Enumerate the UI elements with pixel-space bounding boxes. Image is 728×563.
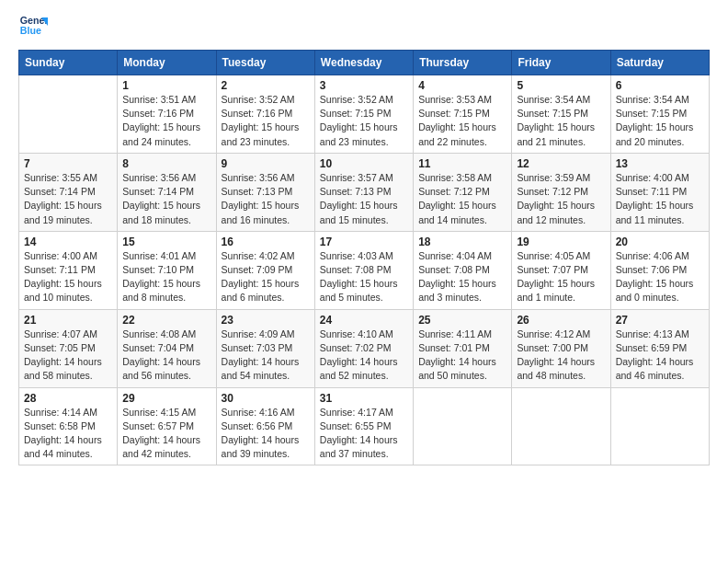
col-header-sunday: Sunday (19, 51, 118, 75)
cell-day-number: 2 (222, 79, 310, 92)
cell-info: Sunrise: 4:03 AM Sunset: 7:08 PM Dayligh… (320, 249, 408, 305)
calendar-cell: 2Sunrise: 3:52 AM Sunset: 7:16 PM Daylig… (216, 75, 314, 154)
calendar-cell: 19Sunrise: 4:05 AM Sunset: 7:07 PM Dayli… (512, 231, 610, 309)
cell-day-number: 20 (616, 236, 704, 248)
cell-info: Sunrise: 3:52 AM Sunset: 7:15 PM Dayligh… (320, 93, 408, 149)
cell-day-number: 5 (517, 79, 605, 92)
col-header-thursday: Thursday (414, 51, 512, 75)
col-header-monday: Monday (118, 51, 216, 75)
svg-text:Blue: Blue (20, 25, 41, 36)
calendar-cell: 15Sunrise: 4:01 AM Sunset: 7:10 PM Dayli… (118, 231, 216, 309)
week-row-4: 21Sunrise: 4:07 AM Sunset: 7:05 PM Dayli… (19, 309, 710, 387)
cell-info: Sunrise: 4:05 AM Sunset: 7:07 PM Dayligh… (517, 249, 605, 305)
cell-day-number: 24 (320, 314, 408, 327)
cell-info: Sunrise: 3:54 AM Sunset: 7:15 PM Dayligh… (517, 93, 605, 149)
calendar-cell: 27Sunrise: 4:13 AM Sunset: 6:59 PM Dayli… (610, 309, 709, 387)
calendar-cell: 21Sunrise: 4:07 AM Sunset: 7:05 PM Dayli… (19, 309, 118, 387)
calendar-cell: 28Sunrise: 4:14 AM Sunset: 6:58 PM Dayli… (19, 387, 118, 465)
calendar-cell: 22Sunrise: 4:08 AM Sunset: 7:04 PM Dayli… (118, 309, 216, 387)
cell-info: Sunrise: 4:09 AM Sunset: 7:03 PM Dayligh… (222, 327, 310, 384)
calendar-cell: 24Sunrise: 4:10 AM Sunset: 7:02 PM Dayli… (314, 309, 413, 387)
calendar-cell: 25Sunrise: 4:11 AM Sunset: 7:01 PM Dayli… (414, 309, 512, 387)
calendar-cell: 26Sunrise: 4:12 AM Sunset: 7:00 PM Dayli… (512, 309, 610, 387)
cell-day-number: 17 (320, 236, 408, 248)
header-row: SundayMondayTuesdayWednesdayThursdayFrid… (19, 51, 710, 75)
logo: General Blue (18, 15, 51, 40)
col-header-saturday: Saturday (610, 51, 709, 75)
cell-day-number: 11 (418, 157, 506, 170)
cell-info: Sunrise: 4:17 AM Sunset: 6:55 PM Dayligh… (320, 406, 408, 462)
cell-day-number: 6 (616, 79, 704, 92)
header: General Blue (18, 15, 710, 40)
cell-day-number: 30 (222, 392, 310, 405)
calendar-cell (414, 387, 512, 465)
cell-day-number: 8 (122, 157, 210, 170)
cell-day-number: 12 (517, 157, 605, 170)
cell-day-number: 14 (24, 236, 112, 248)
cell-day-number: 10 (320, 157, 408, 170)
cell-info: Sunrise: 4:13 AM Sunset: 6:59 PM Dayligh… (616, 327, 704, 384)
cell-day-number: 21 (24, 314, 112, 327)
calendar-cell: 10Sunrise: 3:57 AM Sunset: 7:13 PM Dayli… (314, 153, 413, 231)
calendar-cell: 31Sunrise: 4:17 AM Sunset: 6:55 PM Dayli… (314, 387, 413, 465)
cell-day-number: 29 (122, 392, 210, 405)
cell-info: Sunrise: 4:11 AM Sunset: 7:01 PM Dayligh… (418, 327, 506, 384)
cell-info: Sunrise: 3:53 AM Sunset: 7:15 PM Dayligh… (418, 93, 506, 149)
cell-info: Sunrise: 4:10 AM Sunset: 7:02 PM Dayligh… (320, 327, 408, 384)
cell-day-number: 22 (122, 314, 210, 327)
col-header-tuesday: Tuesday (216, 51, 314, 75)
cell-day-number: 1 (122, 79, 210, 92)
cell-info: Sunrise: 4:00 AM Sunset: 7:11 PM Dayligh… (24, 249, 112, 305)
cell-info: Sunrise: 3:52 AM Sunset: 7:16 PM Dayligh… (222, 93, 310, 149)
week-row-5: 28Sunrise: 4:14 AM Sunset: 6:58 PM Dayli… (19, 387, 710, 465)
cell-day-number: 19 (517, 236, 605, 248)
cell-info: Sunrise: 3:59 AM Sunset: 7:12 PM Dayligh… (517, 171, 605, 227)
cell-info: Sunrise: 3:55 AM Sunset: 7:14 PM Dayligh… (24, 171, 112, 227)
calendar-body: 1Sunrise: 3:51 AM Sunset: 7:16 PM Daylig… (19, 75, 710, 465)
col-header-friday: Friday (512, 51, 610, 75)
calendar-cell (610, 387, 709, 465)
week-row-1: 1Sunrise: 3:51 AM Sunset: 7:16 PM Daylig… (19, 75, 710, 154)
calendar-cell: 3Sunrise: 3:52 AM Sunset: 7:15 PM Daylig… (314, 75, 413, 154)
col-header-wednesday: Wednesday (314, 51, 413, 75)
cell-info: Sunrise: 4:14 AM Sunset: 6:58 PM Dayligh… (24, 406, 112, 462)
cell-day-number: 9 (222, 157, 310, 170)
cell-day-number: 31 (320, 392, 408, 405)
cell-day-number: 3 (320, 79, 408, 92)
calendar-cell: 12Sunrise: 3:59 AM Sunset: 7:12 PM Dayli… (512, 153, 610, 231)
cell-info: Sunrise: 4:08 AM Sunset: 7:04 PM Dayligh… (122, 327, 210, 384)
calendar-cell: 14Sunrise: 4:00 AM Sunset: 7:11 PM Dayli… (19, 231, 118, 309)
cell-info: Sunrise: 3:51 AM Sunset: 7:16 PM Dayligh… (122, 93, 210, 149)
cell-info: Sunrise: 4:06 AM Sunset: 7:06 PM Dayligh… (616, 249, 704, 305)
cell-info: Sunrise: 4:00 AM Sunset: 7:11 PM Dayligh… (616, 171, 704, 227)
cell-info: Sunrise: 3:56 AM Sunset: 7:13 PM Dayligh… (222, 171, 310, 227)
calendar-cell (19, 75, 118, 154)
cell-day-number: 13 (616, 157, 704, 170)
calendar-cell: 5Sunrise: 3:54 AM Sunset: 7:15 PM Daylig… (512, 75, 610, 154)
calendar-table: SundayMondayTuesdayWednesdayThursdayFrid… (18, 50, 710, 465)
calendar-cell: 6Sunrise: 3:54 AM Sunset: 7:15 PM Daylig… (610, 75, 709, 154)
week-row-3: 14Sunrise: 4:00 AM Sunset: 7:11 PM Dayli… (19, 231, 710, 309)
calendar-header: SundayMondayTuesdayWednesdayThursdayFrid… (19, 51, 710, 75)
cell-info: Sunrise: 4:15 AM Sunset: 6:57 PM Dayligh… (122, 406, 210, 462)
cell-info: Sunrise: 3:57 AM Sunset: 7:13 PM Dayligh… (320, 171, 408, 227)
calendar-cell: 20Sunrise: 4:06 AM Sunset: 7:06 PM Dayli… (610, 231, 709, 309)
calendar-cell: 4Sunrise: 3:53 AM Sunset: 7:15 PM Daylig… (414, 75, 512, 154)
cell-info: Sunrise: 3:54 AM Sunset: 7:15 PM Dayligh… (616, 93, 704, 149)
cell-info: Sunrise: 3:56 AM Sunset: 7:14 PM Dayligh… (122, 171, 210, 227)
calendar-cell: 8Sunrise: 3:56 AM Sunset: 7:14 PM Daylig… (118, 153, 216, 231)
cell-info: Sunrise: 4:04 AM Sunset: 7:08 PM Dayligh… (418, 249, 506, 305)
cell-info: Sunrise: 4:12 AM Sunset: 7:00 PM Dayligh… (517, 327, 605, 384)
calendar-cell (512, 387, 610, 465)
cell-day-number: 28 (24, 392, 112, 405)
calendar-cell: 23Sunrise: 4:09 AM Sunset: 7:03 PM Dayli… (216, 309, 314, 387)
cell-day-number: 7 (24, 157, 112, 170)
cell-day-number: 18 (418, 236, 506, 248)
calendar-cell: 11Sunrise: 3:58 AM Sunset: 7:12 PM Dayli… (414, 153, 512, 231)
cell-day-number: 15 (122, 236, 210, 248)
week-row-2: 7Sunrise: 3:55 AM Sunset: 7:14 PM Daylig… (19, 153, 710, 231)
calendar-cell: 17Sunrise: 4:03 AM Sunset: 7:08 PM Dayli… (314, 231, 413, 309)
cell-info: Sunrise: 3:58 AM Sunset: 7:12 PM Dayligh… (418, 171, 506, 227)
calendar-cell: 9Sunrise: 3:56 AM Sunset: 7:13 PM Daylig… (216, 153, 314, 231)
cell-info: Sunrise: 4:16 AM Sunset: 6:56 PM Dayligh… (222, 406, 310, 462)
